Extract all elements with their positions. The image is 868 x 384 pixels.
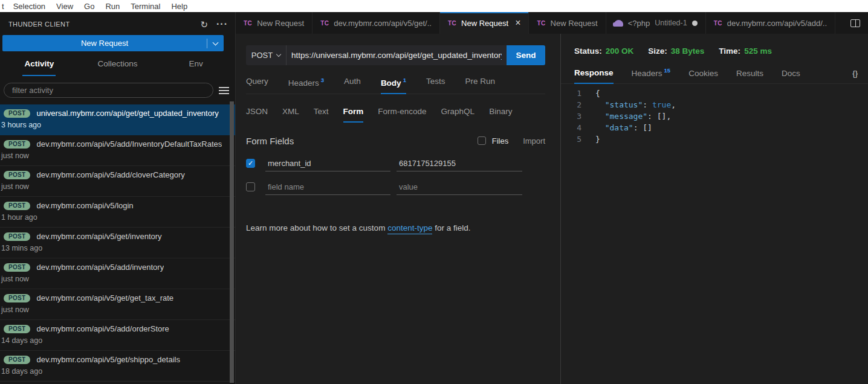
chevron-down-icon (213, 39, 219, 45)
new-request-button[interactable]: New Request (2, 35, 224, 51)
request-tab-headers[interactable]: Headers3 (288, 74, 324, 94)
tab-label: Query (246, 77, 268, 86)
activity-line: POSTdev.mybmr.com/api/v5/get/get_tax_rat… (4, 293, 229, 302)
activity-url: dev.mybmr.com/api/v5/login (36, 201, 133, 210)
activity-line: POSTdev.mybmr.com/api/v5/get/inventory (4, 232, 229, 241)
sidebar-tab-collections[interactable]: Collections (79, 57, 157, 76)
menu-item[interactable]: Run (100, 2, 125, 11)
method-select[interactable]: POST (246, 45, 287, 65)
body-type-tabs: JSONXMLTextFormForm-encodeGraphQLBinary (246, 104, 545, 122)
editor-tab[interactable]: TCdev.mybmr.com/api/v5/get/.. (313, 12, 440, 34)
menu-item[interactable]: View (51, 2, 79, 11)
body-tab-json[interactable]: JSON (246, 104, 268, 122)
menu-item[interactable]: Go (79, 2, 100, 11)
form-fields-header: Form Fields Files Import (246, 136, 545, 146)
activity-url: universal.mybmr.com/api/get/get_updated_… (36, 109, 218, 118)
response-tabs: ResponseHeaders15CookiesResultsDocs{} (561, 64, 868, 84)
editor-tab[interactable]: TCdev.mybmr.com/api/v5/add/.. (706, 12, 835, 34)
body-tab-form-encode[interactable]: Form-encode (378, 104, 426, 122)
field-name-input[interactable] (265, 179, 390, 195)
menu-item[interactable]: Terminal (125, 2, 166, 11)
new-request-dropdown[interactable] (207, 42, 224, 45)
request-tab-pre-run[interactable]: Pre Run (465, 74, 495, 94)
url-input[interactable] (287, 45, 507, 65)
body-tab-text[interactable]: Text (314, 104, 329, 122)
activity-item[interactable]: POSTdev.mybmr.com/api/v5/add/inventoryju… (0, 258, 235, 289)
request-tab-auth[interactable]: Auth (344, 74, 361, 94)
response-tab-response[interactable]: Response (574, 65, 614, 84)
editor-tab[interactable]: TCNew Request (529, 12, 606, 34)
activity-item[interactable]: POSTdev.mybmr.com/api/v5/get/shippo_deta… (0, 351, 235, 382)
row-checkbox[interactable] (246, 182, 255, 191)
activity-time: 1 hour ago (1, 213, 229, 222)
files-checkbox[interactable] (478, 136, 486, 145)
activity-item[interactable]: POSTdev.mybmr.com/api/v5/login1 hour ago (0, 197, 235, 228)
request-tab-tests[interactable]: Tests (426, 74, 445, 94)
form-fields-heading: Form Fields (246, 136, 478, 146)
activity-time: just now (1, 152, 229, 160)
thunder-client-icon: TC (244, 20, 252, 27)
import-button[interactable]: Import (523, 136, 545, 146)
tab-badge: 15 (664, 67, 671, 74)
response-code[interactable]: 1{2 "status": true,3 "message": [],4 "da… (561, 84, 868, 384)
field-name-input[interactable] (265, 156, 390, 171)
editor-tab[interactable]: TCNew Request (236, 12, 313, 34)
request-tabs: QueryHeaders3AuthBody1TestsPre Run (246, 74, 545, 94)
tab-label: Response (574, 68, 614, 77)
content-type-link[interactable]: content-type (387, 223, 432, 234)
menu-item[interactable]: Selection (8, 2, 51, 11)
activity-url: dev.mybmr.com/api/v5/get/inventory (36, 232, 161, 241)
send-button[interactable]: Send (507, 45, 545, 65)
tab-badge: 3 (321, 77, 324, 83)
response-tab-cookies[interactable]: Cookies (688, 66, 718, 83)
php-icon (614, 20, 623, 27)
response-tab-results[interactable]: Results (736, 66, 763, 83)
menu-item[interactable]: t (1, 2, 8, 11)
response-tab-docs[interactable]: Docs (782, 66, 800, 83)
code-token (595, 123, 605, 132)
editor-tab[interactable]: <?phpUntitled-1 (606, 12, 706, 34)
activity-url: dev.mybmr.com/api/v5/get/get_tax_rate (36, 293, 173, 302)
request-tab-query[interactable]: Query (246, 74, 268, 94)
activity-item[interactable]: POSTuniversal.mybmr.com/api/get/get_upda… (0, 104, 235, 135)
activity-item[interactable]: POSTdev.mybmr.com/api/v5/add/customer (0, 382, 235, 384)
refresh-icon[interactable]: ↻ (200, 20, 208, 29)
body-tab-xml[interactable]: XML (282, 104, 299, 122)
sidebar-header: THUNDER CLIENT ↻ ··· (0, 12, 235, 33)
body-tab-graphql[interactable]: GraphQL (441, 104, 475, 122)
filter-menu-icon[interactable] (219, 90, 229, 91)
response-tab-headers[interactable]: Headers15 (632, 64, 671, 83)
activity-item[interactable]: POSTdev.mybmr.com/api/v5/get/get_tax_rat… (0, 289, 235, 320)
editor-tab[interactable]: TCNew Request× (440, 12, 530, 34)
activity-item[interactable]: POSTdev.mybmr.com/api/v5/add/cloverCateg… (0, 166, 235, 197)
status-value: 200 OK (606, 46, 634, 56)
sidebar-tab-env[interactable]: Env (157, 57, 235, 76)
row-checkbox[interactable]: ✓ (246, 159, 255, 168)
activity-scrollbar[interactable] (230, 101, 234, 383)
activity-item[interactable]: POSTdev.mybmr.com/api/v5/add/InventoryDe… (0, 135, 235, 166)
menu-item[interactable]: Help (166, 2, 193, 11)
response-status-row: Status:200 OK Size:38 Bytes Time:525 ms (561, 34, 868, 56)
activity-time: just now (1, 306, 229, 314)
field-value-input[interactable] (397, 156, 522, 171)
thunder-client-icon: TC (714, 20, 722, 27)
sidebar-tab-activity[interactable]: Activity (0, 57, 79, 76)
sidebar-tab-label: Env (187, 57, 205, 76)
size-value: 38 Bytes (671, 46, 705, 56)
more-actions-icon[interactable]: ··· (216, 19, 228, 29)
request-tab-body[interactable]: Body1 (381, 74, 406, 94)
code-token: : [], (647, 112, 671, 121)
code-token: } (595, 135, 600, 144)
close-icon[interactable]: × (515, 18, 520, 28)
activity-item[interactable]: POSTdev.mybmr.com/api/v5/add/orderStore1… (0, 320, 235, 351)
filter-activity-input[interactable] (4, 83, 213, 98)
code-token: "message" (605, 112, 647, 121)
dirty-indicator (692, 21, 698, 26)
tab-subtitle: Untitled-1 (655, 19, 687, 27)
field-value-input[interactable] (397, 179, 522, 195)
body-tab-binary[interactable]: Binary (489, 104, 512, 122)
activity-item[interactable]: POSTdev.mybmr.com/api/v5/get/inventory13… (0, 228, 235, 258)
split-editor-icon[interactable] (850, 19, 860, 27)
braces-icon[interactable]: {} (852, 69, 858, 83)
body-tab-form[interactable]: Form (343, 104, 364, 123)
